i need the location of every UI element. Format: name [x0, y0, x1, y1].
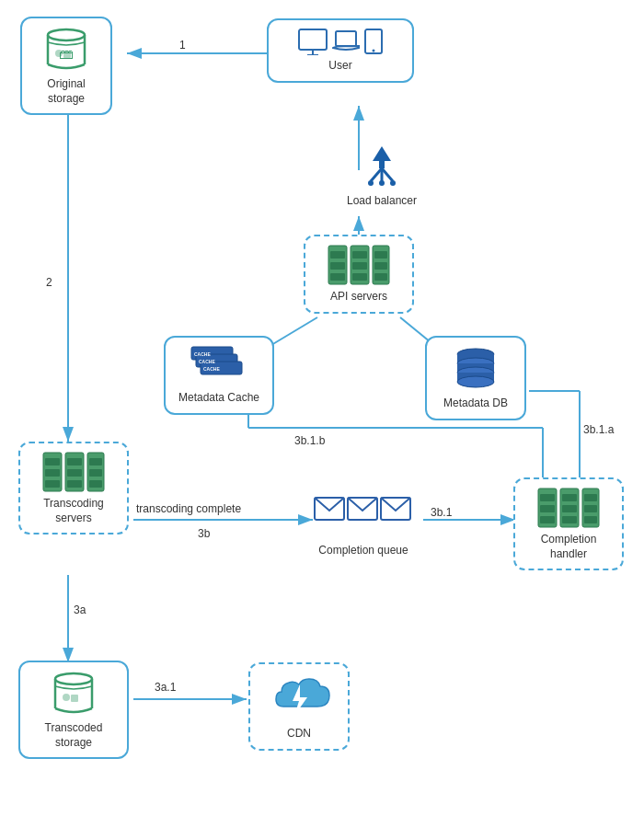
arrow-3a-label: 3a — [74, 603, 86, 616]
metadata-cache-label: Metadata Cache — [178, 391, 259, 406]
load-balancer-label: Load balancer — [347, 194, 417, 209]
transcoded-storage-node: Transcoded storage — [18, 661, 129, 759]
svg-point-92 — [63, 694, 70, 701]
transcoding-complete-label: transcoding complete — [136, 502, 241, 515]
svg-rect-69 — [67, 469, 82, 477]
transcoding-servers-icon — [41, 451, 106, 493]
arrow-3b1-label: 3b.1 — [431, 506, 452, 519]
completion-queue-node: Completion queue — [308, 494, 419, 558]
svg-rect-45 — [352, 273, 367, 281]
svg-rect-47 — [374, 262, 387, 270]
svg-rect-67 — [45, 480, 60, 488]
metadata-cache-node: CACHE CACHE CACHE Metadata Cache — [164, 336, 274, 415]
svg-text:CACHE: CACHE — [194, 351, 211, 357]
load-balancer-node: Load balancer — [322, 143, 442, 209]
svg-rect-30 — [379, 161, 385, 168]
svg-line-31 — [371, 168, 382, 181]
arrow-3b1a-label: 3b.1.a — [583, 423, 614, 436]
svg-rect-81 — [540, 505, 555, 512]
metadata-cache-icon: CACHE CACHE CACHE — [187, 345, 251, 387]
arrow2-label: 2 — [46, 276, 52, 289]
svg-point-21 — [55, 50, 63, 57]
svg-point-36 — [390, 180, 396, 186]
original-storage-label: Original storage — [29, 77, 103, 106]
svg-line-33 — [382, 168, 393, 181]
load-balancer-icon — [358, 143, 406, 190]
tablet-icon — [363, 28, 384, 55]
svg-rect-44 — [352, 262, 367, 270]
transcoding-servers-label: Transcoding servers — [28, 497, 120, 525]
svg-point-61 — [457, 376, 494, 387]
cdn-label: CDN — [287, 727, 311, 741]
svg-rect-42 — [330, 273, 345, 281]
api-servers-label: API servers — [330, 290, 387, 305]
svg-rect-88 — [584, 516, 597, 523]
svg-rect-46 — [374, 251, 387, 259]
svg-rect-43 — [352, 251, 367, 259]
svg-rect-66 — [45, 469, 60, 477]
svg-rect-82 — [540, 516, 555, 523]
svg-rect-65 — [45, 458, 60, 465]
arrow1-label: 1 — [179, 39, 186, 52]
completion-handler-icon — [536, 487, 601, 529]
completion-queue-icon — [313, 494, 414, 540]
svg-rect-22 — [63, 51, 71, 58]
arrow-3b1b-label: 3b.1.b — [294, 434, 325, 447]
svg-rect-83 — [562, 494, 577, 501]
metadata-db-icon — [452, 345, 500, 393]
svg-rect-23 — [299, 29, 327, 50]
metadata-db-label: Metadata DB — [443, 397, 508, 411]
diagram-container: 🗃 Original storage — [0, 0, 644, 816]
svg-rect-68 — [67, 458, 82, 465]
completion-queue-label: Completion queue — [318, 544, 408, 558]
svg-rect-87 — [584, 505, 597, 512]
svg-point-35 — [379, 180, 385, 186]
transcoded-storage-label: Transcoded storage — [28, 721, 120, 750]
svg-rect-93 — [71, 695, 78, 702]
svg-rect-84 — [562, 505, 577, 512]
svg-point-28 — [373, 50, 375, 52]
svg-text:CACHE: CACHE — [199, 359, 215, 364]
laptop-icon — [332, 29, 360, 53]
cdn-node: CDN — [248, 662, 350, 751]
api-servers-node: API servers — [304, 235, 414, 314]
original-storage-icon: 🗃 — [42, 26, 90, 74]
metadata-db-node: Metadata DB — [425, 336, 526, 420]
svg-rect-70 — [67, 480, 82, 488]
svg-rect-80 — [540, 494, 555, 501]
user-node: User — [267, 18, 414, 83]
cdn-icon — [267, 672, 331, 723]
svg-marker-29 — [373, 146, 391, 161]
svg-point-34 — [368, 180, 374, 186]
api-servers-icon — [327, 244, 391, 286]
transcoding-servers-node: Transcoding servers — [18, 442, 129, 534]
svg-rect-72 — [89, 469, 102, 477]
completion-handler-node: Completion handler — [513, 477, 624, 570]
user-label: User — [328, 59, 351, 74]
svg-rect-41 — [330, 262, 345, 270]
svg-rect-26 — [336, 31, 356, 46]
tv-icon — [297, 28, 328, 55]
svg-rect-86 — [584, 494, 597, 501]
svg-rect-40 — [330, 251, 345, 259]
arrow-3b-label: 3b — [198, 527, 210, 540]
arrow-3a1-label: 3a.1 — [155, 681, 176, 694]
svg-point-89 — [55, 673, 92, 684]
completion-handler-label: Completion handler — [523, 533, 615, 561]
svg-point-17 — [48, 29, 85, 40]
svg-rect-71 — [89, 458, 102, 465]
svg-rect-85 — [562, 516, 577, 523]
svg-rect-48 — [374, 273, 387, 281]
transcoded-storage-icon — [50, 670, 98, 718]
original-storage-node: 🗃 Original storage — [20, 17, 112, 115]
svg-text:CACHE: CACHE — [203, 366, 220, 372]
svg-rect-73 — [89, 480, 102, 488]
